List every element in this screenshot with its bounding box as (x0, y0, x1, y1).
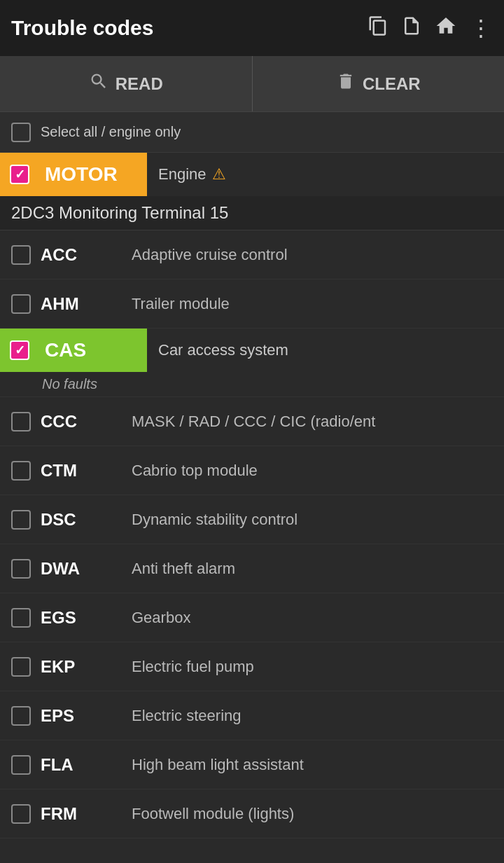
egs-checkbox[interactable] (11, 608, 31, 628)
ekp-checkbox[interactable] (11, 657, 31, 677)
list-item-fla[interactable]: FLA High beam light assistant (0, 740, 504, 789)
cas-description: Car access system (147, 341, 288, 359)
motor-label: MOTOR (45, 163, 118, 186)
ekp-name: Electric fuel pump (132, 658, 254, 676)
ctm-checkbox[interactable] (11, 461, 31, 481)
eps-name: Electric steering (132, 707, 241, 725)
dsc-checkbox[interactable] (11, 510, 31, 530)
delete-icon (336, 71, 356, 96)
acc-name: Adaptive cruise control (132, 246, 288, 264)
list-item-ahm[interactable]: AHM Trailer module (0, 279, 504, 329)
dsc-code: DSC (41, 510, 132, 530)
fla-name: High beam light assistant (132, 756, 304, 774)
dwa-code: DWA (41, 559, 132, 579)
dwa-name: Anti theft alarm (132, 560, 235, 578)
clear-label: CLEAR (363, 74, 421, 94)
cas-module-header: CAS Car access system (0, 329, 504, 372)
ekp-code: EKP (41, 657, 132, 677)
egs-name: Gearbox (132, 609, 190, 627)
ctm-code: CTM (41, 461, 132, 481)
acc-checkbox[interactable] (11, 245, 31, 265)
motor-checkbox[interactable] (10, 165, 29, 184)
ahm-code: AHM (41, 294, 132, 314)
select-all-label: Select all / engine only (41, 124, 181, 140)
cas-tag[interactable]: CAS (0, 329, 147, 372)
clear-button[interactable]: CLEAR (253, 56, 505, 111)
motor-module-header: MOTOR Engine ⚠ (0, 153, 504, 196)
sub-header: 2DC3 Monitoring Terminal 15 (0, 196, 504, 230)
dwa-checkbox[interactable] (11, 559, 31, 579)
toolbar: READ CLEAR (0, 56, 504, 112)
list-item-ekp[interactable]: EKP Electric fuel pump (0, 642, 504, 691)
read-label: READ (115, 74, 163, 94)
sub-header-text: 2DC3 Monitoring Terminal 15 (11, 203, 228, 222)
warning-icon: ⚠ (212, 165, 226, 184)
fla-code: FLA (41, 755, 132, 775)
list-item-eps[interactable]: EPS Electric steering (0, 691, 504, 740)
motor-desc-text: Engine (158, 165, 206, 184)
egs-code: EGS (41, 608, 132, 628)
cas-label: CAS (45, 339, 86, 361)
file-icon[interactable] (401, 15, 422, 41)
motor-description: Engine ⚠ (147, 165, 226, 184)
list-item-acc[interactable]: ACC Adaptive cruise control (0, 230, 504, 279)
list-item-dwa[interactable]: DWA Anti theft alarm (0, 544, 504, 593)
list-item-frm[interactable]: FRM Footwell module (lights) (0, 789, 504, 838)
fla-checkbox[interactable] (11, 755, 31, 775)
eps-code: EPS (41, 706, 132, 726)
motor-tag[interactable]: MOTOR (0, 153, 147, 196)
ccc-name: MASK / RAD / CCC / CIC (radio/ent (132, 413, 375, 431)
list-item-dsc[interactable]: DSC Dynamic stability control (0, 495, 504, 544)
header-icons: ⋮ (368, 15, 493, 42)
list-item-ctm[interactable]: CTM Cabrio top module (0, 446, 504, 495)
ccc-checkbox[interactable] (11, 412, 31, 432)
acc-code: ACC (41, 245, 132, 265)
search-icon (89, 71, 108, 96)
copy-icon[interactable] (368, 15, 388, 41)
more-icon[interactable]: ⋮ (470, 15, 493, 41)
list-item-ccc[interactable]: CCC MASK / RAD / CCC / CIC (radio/ent (0, 397, 504, 446)
ccc-code: CCC (41, 412, 132, 432)
header: Trouble codes ⋮ (0, 0, 504, 56)
frm-name: Footwell module (lights) (132, 805, 294, 823)
read-button[interactable]: READ (0, 56, 253, 111)
frm-checkbox[interactable] (11, 804, 31, 824)
select-all-row[interactable]: Select all / engine only (0, 112, 504, 153)
ahm-name: Trailer module (132, 295, 230, 313)
dsc-name: Dynamic stability control (132, 511, 298, 529)
list-item-egs[interactable]: EGS Gearbox (0, 593, 504, 642)
ctm-name: Cabrio top module (132, 462, 258, 480)
home-icon[interactable] (435, 15, 457, 42)
frm-code: FRM (41, 804, 132, 824)
no-faults-label: No faults (0, 372, 504, 397)
ahm-checkbox[interactable] (11, 294, 31, 314)
page-title: Trouble codes (11, 16, 368, 40)
cas-desc-text: Car access system (158, 341, 288, 359)
eps-checkbox[interactable] (11, 706, 31, 726)
cas-checkbox[interactable] (10, 340, 29, 360)
select-all-checkbox[interactable] (11, 123, 31, 142)
